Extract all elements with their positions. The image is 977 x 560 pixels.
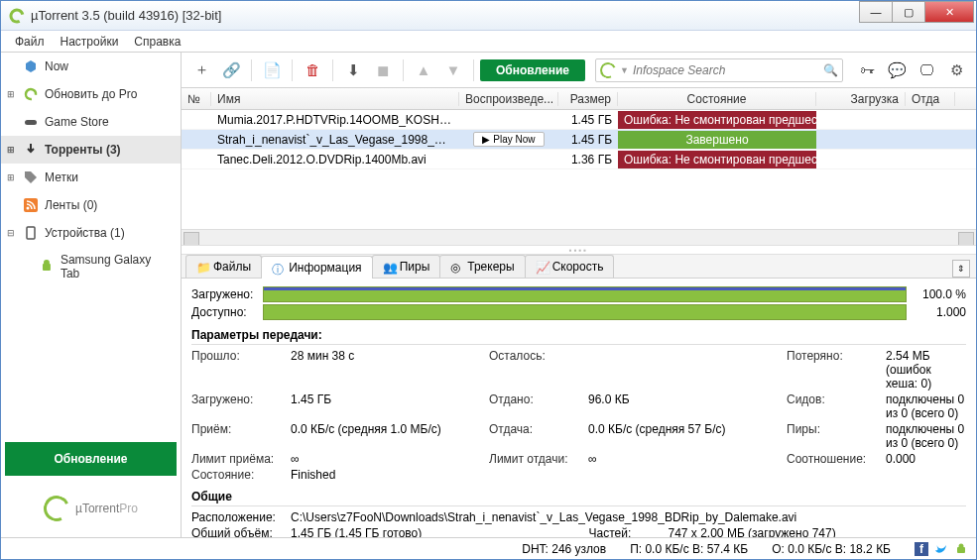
- status-bar: DHT: 246 узлов П: 0.0 КБ/с В: 57.4 КБ О:…: [1, 537, 976, 559]
- status-badge: Завершено: [618, 131, 816, 149]
- add-url-button[interactable]: 🔗: [217, 56, 245, 84]
- chat-button[interactable]: 💬: [883, 56, 911, 84]
- table-row[interactable]: Mumia.2017.P.HDTVRip.14OOMB_KOSHAR...1.4…: [182, 110, 976, 130]
- search-icon[interactable]: 🔍: [823, 63, 838, 77]
- toolbar-update-button[interactable]: Обновление: [480, 59, 585, 81]
- tab-trackers[interactable]: ◎Трекеры: [439, 255, 525, 278]
- window-title: µTorrent 3.5 (build 43916) [32-bit]: [31, 8, 860, 23]
- create-torrent-button[interactable]: 📄: [258, 56, 286, 84]
- sidebar-item-label: Ленты (0): [45, 198, 97, 212]
- detail-tabs: 📁Файлы ⓘИнформация 👥Пиры ◎Трекеры 📈Скоро…: [182, 255, 976, 279]
- peers-icon: 👥: [383, 261, 396, 274]
- tab-peers[interactable]: 👥Пиры: [372, 255, 441, 278]
- column-upload[interactable]: Отда: [906, 92, 955, 106]
- app-icon: [9, 8, 25, 24]
- table-row[interactable]: Strah_i_nenavist`_v_Las_Vegase_1998_BDRi…: [182, 130, 976, 150]
- remote-button[interactable]: 🖵: [913, 56, 940, 84]
- close-button[interactable]: ✕: [924, 1, 974, 23]
- svg-rect-6: [27, 227, 35, 239]
- info-icon: ⓘ: [272, 262, 285, 275]
- search-box[interactable]: ▼ 🔍: [595, 58, 843, 82]
- sidebar-item-label: Now: [45, 59, 68, 73]
- available-value: 1.000: [907, 305, 966, 319]
- expand-icon[interactable]: ⊞: [7, 89, 15, 99]
- sidebar-feeds[interactable]: Ленты (0): [1, 191, 181, 219]
- svg-point-5: [27, 207, 30, 210]
- column-size[interactable]: Размер: [558, 92, 618, 106]
- column-download[interactable]: Загрузка: [816, 92, 906, 106]
- column-number[interactable]: №: [182, 92, 211, 106]
- search-input[interactable]: [633, 63, 823, 77]
- sidebar-item-label: Торренты (3): [45, 143, 121, 157]
- status-badge: Ошибка: Не смонтирован предшест: [618, 111, 816, 129]
- sidebar-devices[interactable]: ⊟ Устройства (1): [1, 219, 181, 247]
- sidebar-item-label: Устройства (1): [45, 226, 125, 240]
- sidebar-item-label: Метки: [45, 170, 78, 184]
- maximize-button[interactable]: ▢: [892, 1, 925, 23]
- hexagon-icon: [23, 58, 39, 74]
- expand-detail-button[interactable]: ⇕: [952, 260, 970, 278]
- target-icon: ◎: [450, 261, 463, 274]
- android-icon[interactable]: [954, 542, 968, 556]
- sidebar-item-label: Обновить до Pro: [45, 87, 137, 101]
- sidebar-item-label: Game Store: [45, 115, 109, 129]
- available-label: Доступно:: [191, 305, 263, 319]
- torrent-size: 1.36 ГБ: [558, 153, 618, 167]
- column-play[interactable]: Воспроизведе...: [459, 92, 558, 106]
- sidebar-torrents[interactable]: ⊞ Торренты (3): [1, 136, 181, 164]
- menu-settings[interactable]: Настройки: [53, 33, 127, 51]
- svg-rect-3: [25, 120, 37, 125]
- start-button[interactable]: ⬇: [339, 56, 367, 84]
- svg-point-8: [44, 260, 50, 266]
- play-now-button[interactable]: ▶ Play Now: [473, 132, 544, 147]
- downloaded-label: Загружено:: [191, 287, 263, 301]
- sidebar-labels[interactable]: ⊞ Метки: [1, 164, 181, 191]
- torrent-name: Strah_i_nenavist`_v_Las_Vegase_1998_BDRi…: [211, 133, 459, 147]
- available-progress-bar: [263, 304, 907, 320]
- settings-button[interactable]: ⚙: [942, 56, 970, 84]
- utorrent-logo-icon: [40, 492, 72, 524]
- sidebar-gamestore[interactable]: Game Store: [1, 108, 181, 136]
- general-params: Расположение:C:\Users\z7FooN\Downloads\S…: [191, 510, 966, 537]
- delete-button[interactable]: 🗑: [299, 56, 326, 84]
- collapse-icon[interactable]: ⊟: [7, 228, 15, 238]
- utorrent-icon: [23, 86, 39, 102]
- column-status[interactable]: Состояние: [618, 92, 816, 106]
- splitter[interactable]: ▪▪▪▪: [182, 245, 976, 255]
- sidebar-now[interactable]: Now: [1, 53, 181, 80]
- transfer-params: Прошло:28 мин 38 с Осталось: Потеряно:2.…: [191, 349, 966, 482]
- move-down-button[interactable]: ▼: [439, 56, 467, 84]
- sidebar-item-label: Samsung Galaxy Tab: [61, 253, 173, 280]
- sidebar-device-item[interactable]: Samsung Galaxy Tab: [1, 247, 181, 286]
- table-row[interactable]: Tanec.Deli.2012.O.DVDRip.1400Mb.avi1.36 …: [182, 150, 976, 169]
- stop-button[interactable]: ◼: [369, 56, 397, 84]
- tab-files[interactable]: 📁Файлы: [185, 255, 262, 278]
- horizontal-scrollbar[interactable]: [182, 229, 976, 245]
- facebook-icon[interactable]: f: [915, 542, 928, 556]
- sidebar-update-button[interactable]: Обновление: [5, 442, 177, 476]
- twitter-icon[interactable]: [934, 542, 948, 556]
- tab-info[interactable]: ⓘИнформация: [261, 256, 372, 279]
- speed-icon: 📈: [536, 261, 549, 274]
- add-torrent-button[interactable]: ＋: [187, 56, 215, 84]
- device-icon: [23, 225, 39, 241]
- minimize-button[interactable]: —: [859, 1, 893, 23]
- tag-icon: [23, 169, 39, 185]
- menu-file[interactable]: Файл: [7, 33, 53, 51]
- column-name[interactable]: Имя: [211, 92, 459, 106]
- expand-icon[interactable]: ⊞: [7, 145, 15, 155]
- expand-icon[interactable]: ⊞: [7, 172, 15, 182]
- downloaded-value: 100.0 %: [907, 287, 966, 301]
- sidebar-upgrade[interactable]: ⊞ Обновить до Pro: [1, 80, 181, 108]
- menu-help[interactable]: Справка: [126, 33, 188, 51]
- sidebar: Now ⊞ Обновить до Pro Game Store ⊞ Торре…: [1, 53, 182, 537]
- svg-point-2: [25, 88, 38, 101]
- unlock-button[interactable]: 🗝: [853, 56, 881, 84]
- transfer-section-title: Параметры передачи:: [191, 328, 966, 345]
- dropdown-icon[interactable]: ▼: [620, 65, 629, 75]
- tab-speed[interactable]: 📈Скорость: [525, 255, 615, 278]
- svg-marker-1: [26, 60, 36, 72]
- move-up-button[interactable]: ▲: [410, 56, 437, 84]
- svg-point-0: [9, 8, 24, 23]
- folder-icon: 📁: [196, 261, 209, 274]
